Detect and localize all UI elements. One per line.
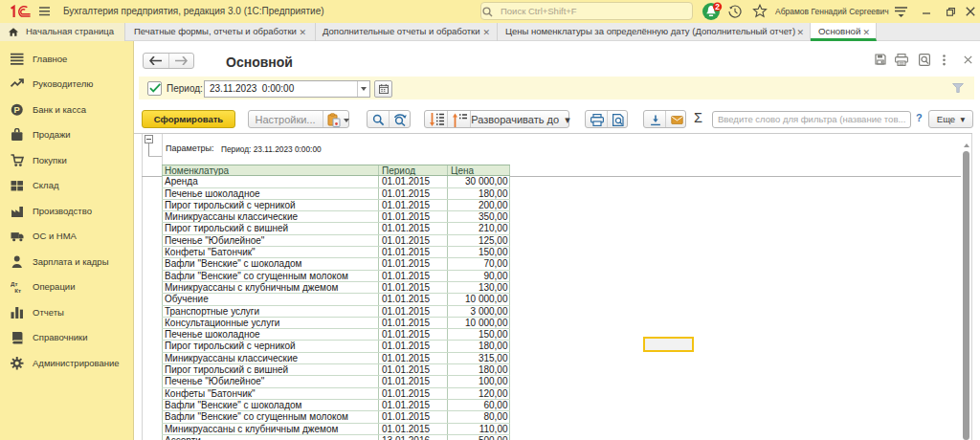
svg-text:Кт: Кт bbox=[14, 287, 21, 294]
svg-text:2: 2 bbox=[715, 2, 720, 11]
svg-text:Р: Р bbox=[14, 105, 20, 115]
